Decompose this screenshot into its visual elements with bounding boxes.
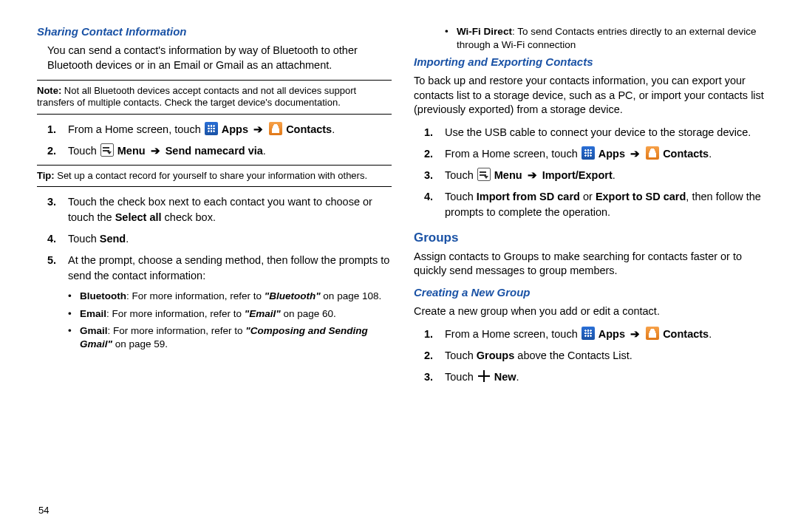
period: . (126, 233, 129, 245)
bullet-item: Gmail: For more information, refer to "C… (68, 324, 392, 350)
export-sd-label: Export to SD card (596, 191, 686, 202)
text: Touch (445, 371, 477, 383)
text: Touch (445, 349, 477, 361)
tip-body: Set up a contact record for yourself to … (57, 170, 367, 181)
step-item: Touch Import from SD card or Export to S… (414, 189, 768, 220)
contacts-icon (646, 327, 659, 340)
menu-label: Menu (117, 145, 146, 157)
step-item: From a Home screen, touch Apps ➔ Contact… (414, 146, 768, 162)
step-item: Use the USB cable to connect your device… (414, 125, 768, 140)
text: or (580, 191, 596, 202)
period: . (709, 328, 712, 340)
paragraph: To back up and restore your contacts inf… (414, 74, 768, 117)
step-item: Touch the check box next to each contact… (37, 194, 392, 225)
import-sd-label: Import from SD card (477, 191, 580, 202)
text: Touch (445, 191, 477, 202)
bullet-item: Bluetooth: For more information, refer t… (68, 290, 392, 303)
tip-box: Tip: Set up a contact record for yoursel… (37, 165, 392, 187)
period: . (332, 123, 335, 135)
right-column: Wi-Fi Direct: To send Contacts entries d… (414, 21, 768, 517)
period: . (709, 148, 712, 160)
menu-icon (477, 168, 491, 181)
contacts-label: Contacts (663, 148, 709, 160)
bullet-item: Wi-Fi Direct: To send Contacts entries d… (445, 25, 768, 51)
text: Touch (445, 169, 477, 181)
paragraph: Assign contacts to Groups to make search… (414, 250, 768, 279)
bluetooth-label: Bluetooth (80, 290, 126, 301)
apps-icon (582, 327, 595, 340)
period: . (263, 145, 266, 157)
step-item: Touch Send. (37, 231, 392, 247)
step-item: At the prompt, choose a sending method, … (37, 253, 392, 284)
arrow-icon: ➔ (151, 145, 160, 157)
paragraph: Create a new group when you add or edit … (414, 304, 768, 319)
menu-label: Menu (494, 169, 522, 181)
apps-label: Apps (222, 123, 248, 135)
arrow-icon: ➔ (528, 169, 537, 181)
select-all-label: Select all (115, 211, 162, 223)
arrow-icon: ➔ (630, 148, 640, 160)
ref-email: "Email" (245, 308, 281, 319)
step-item: From a Home screen, touch Apps ➔ Contact… (37, 122, 392, 137)
step-item: Touch New. (414, 369, 768, 385)
bullet-list: Bluetooth: For more information, refer t… (68, 290, 392, 350)
plus-icon (477, 369, 491, 383)
bullet-list: Wi-Fi Direct: To send Contacts entries d… (445, 25, 768, 51)
arrow-icon: ➔ (253, 123, 263, 135)
step-item: Touch Menu ➔ Import/Export. (414, 168, 768, 183)
apps-icon (582, 146, 595, 160)
text: above the Contacts List. (514, 349, 632, 361)
wifi-direct-label: Wi-Fi Direct (457, 26, 512, 37)
contacts-icon (646, 146, 659, 160)
bullet-item: Email: For more information, refer to "E… (68, 307, 392, 321)
text: Touch (68, 145, 100, 157)
heading-groups: Groups (414, 231, 768, 245)
text: Use the USB cable to connect your device… (445, 126, 751, 138)
text: From a Home screen, touch (445, 328, 581, 340)
step-item: Touch Groups above the Contacts List. (414, 348, 768, 364)
steps-list: From a Home screen, touch Apps ➔ Contact… (37, 122, 392, 159)
note-body: Not all Bluetooth devices accept contact… (37, 85, 356, 108)
send-label: Send (100, 233, 126, 245)
ref-bluetooth: "Bluetooth" (265, 290, 321, 301)
contacts-icon (269, 122, 282, 135)
text: : For more information, refer to (108, 325, 246, 336)
gmail-label: Gmail (80, 325, 108, 336)
text: Touch (68, 233, 100, 245)
period: . (516, 371, 519, 383)
apps-icon (205, 122, 218, 135)
apps-label: Apps (598, 328, 625, 340)
text: From a Home screen, touch (445, 148, 581, 160)
groups-label: Groups (477, 349, 515, 361)
page-number: 54 (38, 505, 49, 516)
contacts-label: Contacts (663, 328, 709, 340)
tip-label: Tip: (37, 170, 55, 181)
contacts-label: Contacts (286, 123, 332, 135)
heading-import-export: Importing and Exporting Contacts (414, 55, 768, 68)
text: Touch the check box next to each contact… (68, 196, 372, 223)
apps-label: Apps (598, 148, 625, 160)
step-item: Touch Menu ➔ Send namecard via. (37, 143, 392, 159)
text: : For more information, refer to (126, 290, 265, 301)
paragraph: You can send a contact's information by … (47, 44, 392, 72)
send-namecard-label: Send namecard via (166, 145, 263, 157)
new-label: New (494, 371, 516, 383)
email-label: Email (80, 308, 106, 319)
heading-sharing: Sharing Contact Information (37, 25, 392, 38)
menu-icon (100, 143, 114, 157)
text: on page 59. (112, 338, 168, 349)
arrow-icon: ➔ (630, 328, 640, 340)
steps-list: From a Home screen, touch Apps ➔ Contact… (414, 327, 768, 385)
import-export-label: Import/Export (542, 169, 613, 181)
heading-new-group: Creating a New Group (414, 286, 768, 299)
text: on page 108. (321, 290, 382, 301)
text: At the prompt, choose a sending method, … (68, 254, 389, 282)
text: check box. (162, 211, 216, 223)
steps-list: Use the USB cable to connect your device… (414, 125, 768, 220)
text: on page 60. (281, 308, 336, 319)
left-column: Sharing Contact Information You can send… (37, 21, 392, 517)
text: : For more information, refer to (106, 308, 245, 319)
note-label: Note: (37, 85, 61, 96)
note-box: Note: Not all Bluetooth devices accept c… (37, 80, 392, 115)
text: From a Home screen, touch (68, 123, 204, 135)
